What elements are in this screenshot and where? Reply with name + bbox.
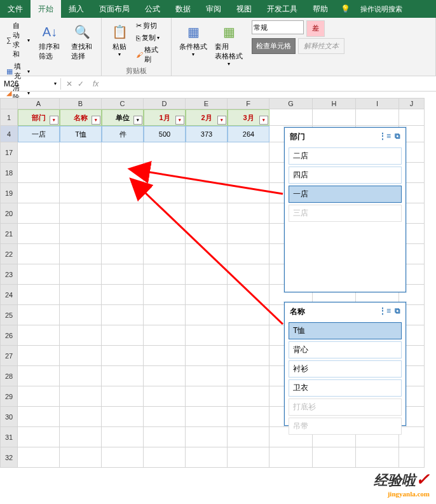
cell[interactable]	[60, 163, 102, 183]
slicer-item[interactable]: 卫衣	[289, 379, 402, 397]
cell[interactable]	[228, 427, 269, 447]
cell[interactable]	[144, 366, 186, 386]
cell[interactable]	[144, 325, 186, 346]
cell[interactable]	[102, 325, 144, 346]
cell[interactable]	[102, 163, 144, 183]
tab-help[interactable]: 帮助	[305, 0, 336, 18]
cell[interactable]: 373	[186, 126, 228, 142]
tab-home[interactable]: 开始	[31, 0, 61, 18]
find-select-button[interactable]: 🔍查找和选择	[69, 20, 96, 103]
cond-format-button[interactable]: ▦条件格式▾	[177, 20, 210, 68]
slicer-item[interactable]: 二店	[289, 147, 402, 165]
cell[interactable]	[144, 346, 186, 366]
tab-dev[interactable]: 开发工具	[259, 0, 305, 18]
cell[interactable]	[18, 366, 60, 386]
col-header[interactable]: J	[399, 98, 425, 109]
slicer-name[interactable]: 名称 ⋮≡⧉ T恤背心衬衫卫衣打底衫吊带	[284, 302, 406, 426]
cell[interactable]	[228, 305, 269, 325]
cell[interactable]	[18, 203, 60, 224]
cell[interactable]	[228, 264, 269, 285]
tab-layout[interactable]: 页面布局	[92, 0, 137, 18]
slicer-item[interactable]: T恤	[289, 322, 402, 339]
cell[interactable]	[18, 427, 60, 447]
table-header[interactable]: 2月▾	[186, 109, 228, 126]
col-header[interactable]: D	[144, 98, 186, 109]
multi-select-icon[interactable]: ⋮≡	[379, 132, 391, 142]
row-header[interactable]: 18	[0, 163, 18, 183]
slicer-department[interactable]: 部门 ⋮≡⧉ 二店四店一店三店	[284, 127, 406, 292]
cell[interactable]	[186, 407, 228, 427]
cell[interactable]	[144, 447, 186, 468]
cell[interactable]	[18, 447, 60, 468]
row-header[interactable]: 24	[0, 285, 18, 305]
cell[interactable]	[60, 407, 102, 427]
cell[interactable]	[60, 447, 102, 468]
select-all-corner[interactable]	[0, 98, 18, 109]
cell[interactable]	[228, 224, 269, 244]
row-header[interactable]: 21	[0, 224, 18, 244]
cell[interactable]	[60, 183, 102, 203]
cell[interactable]	[186, 285, 228, 305]
cell[interactable]	[60, 386, 102, 407]
cell[interactable]	[269, 447, 313, 468]
slicer-item[interactable]: 四店	[289, 167, 402, 184]
cell[interactable]	[356, 109, 399, 126]
fx-icon[interactable]: fx	[89, 79, 102, 88]
cell[interactable]: T恤	[60, 126, 102, 142]
cell[interactable]	[228, 163, 269, 183]
cell[interactable]	[60, 305, 102, 325]
cell[interactable]	[60, 346, 102, 366]
cell[interactable]	[60, 325, 102, 346]
filter-icon[interactable]: ▾	[259, 116, 268, 125]
style-explain[interactable]: 解释性文本	[298, 38, 344, 54]
slicer-item[interactable]: 吊带	[289, 418, 402, 435]
autosum-button[interactable]: ∑自动求和▾	[5, 20, 31, 60]
slicer-item[interactable]: 打底衫	[289, 398, 402, 416]
check-cell-button[interactable]: 检查单元格	[252, 38, 296, 54]
cell[interactable]	[144, 386, 186, 407]
col-header[interactable]: E	[186, 98, 228, 109]
cell[interactable]	[102, 203, 144, 224]
cell[interactable]	[186, 447, 228, 468]
cell[interactable]	[144, 203, 186, 224]
row-header[interactable]: 4	[0, 126, 18, 142]
table-format-button[interactable]: ▦套用 表格格式▾	[212, 20, 245, 68]
cell[interactable]	[102, 285, 144, 305]
cell[interactable]	[228, 285, 269, 305]
tab-insert[interactable]: 插入	[61, 0, 92, 18]
cell[interactable]	[186, 203, 228, 224]
cell[interactable]	[186, 224, 228, 244]
filter-icon[interactable]: ▾	[92, 116, 100, 125]
cell[interactable]	[102, 366, 144, 386]
row-header[interactable]: 25	[0, 305, 18, 325]
multi-select-icon[interactable]: ⋮≡	[379, 306, 391, 317]
col-header[interactable]: C	[102, 98, 144, 109]
cell[interactable]	[144, 427, 186, 447]
cell[interactable]	[102, 224, 144, 244]
cell[interactable]	[60, 285, 102, 305]
col-header[interactable]: F	[228, 98, 269, 109]
tab-data[interactable]: 数据	[168, 0, 198, 18]
cell[interactable]	[186, 305, 228, 325]
row-header[interactable]: 27	[0, 346, 18, 366]
cell[interactable]	[102, 427, 144, 447]
tab-file[interactable]: 文件	[0, 0, 31, 18]
slicer-item[interactable]: 衬衫	[289, 360, 402, 378]
row-header[interactable]: 31	[0, 427, 18, 447]
cell[interactable]	[102, 305, 144, 325]
row-header[interactable]: 26	[0, 325, 18, 346]
filter-icon[interactable]: ▾	[50, 116, 58, 125]
format-painter-button[interactable]: 🖌格式刷	[135, 44, 166, 65]
sort-filter-button[interactable]: A↓排序和筛选	[36, 20, 64, 103]
cell[interactable]	[102, 447, 144, 468]
confirm-icon[interactable]: ✓	[78, 79, 84, 88]
col-header[interactable]: I	[356, 98, 399, 109]
filter-icon[interactable]: ▾	[217, 116, 226, 125]
filter-icon[interactable]: ▾	[133, 116, 142, 125]
name-box[interactable]: M26▾	[0, 78, 61, 90]
row-header[interactable]: 20	[0, 203, 18, 224]
cell[interactable]	[228, 142, 269, 163]
filter-icon[interactable]: ▾	[175, 116, 184, 125]
cell[interactable]	[60, 366, 102, 386]
row-header[interactable]: 19	[0, 183, 18, 203]
